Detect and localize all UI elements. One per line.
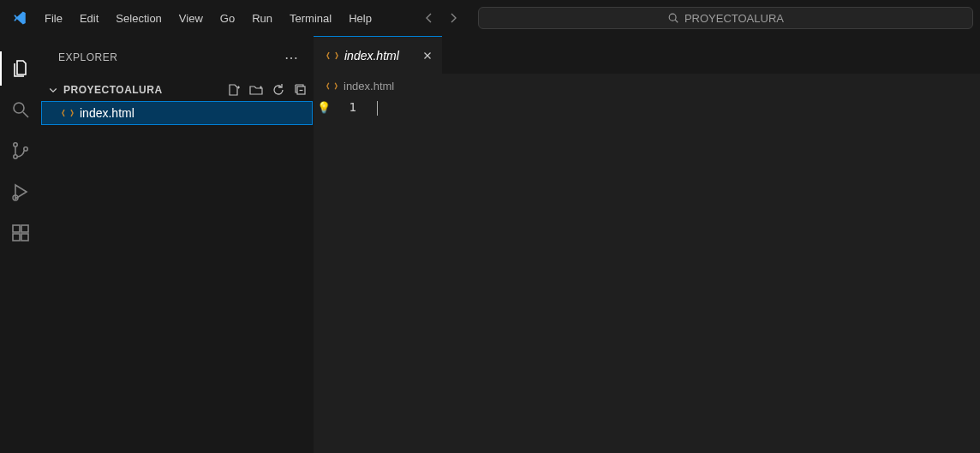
activity-bar [0, 36, 41, 453]
svg-line-1 [675, 20, 678, 22]
svg-rect-10 [21, 234, 28, 241]
tree-item-label: index.html [80, 106, 134, 120]
editor-body[interactable]: 💡 1 [314, 98, 980, 453]
svg-rect-8 [13, 225, 20, 232]
explorer-header: EXPLORER ⋯ [41, 36, 313, 79]
menu-go[interactable]: Go [212, 7, 243, 30]
refresh-icon[interactable] [272, 83, 285, 97]
explorer-more-icon[interactable]: ⋯ [284, 50, 299, 66]
menu-edit[interactable]: Edit [71, 7, 107, 30]
editor-area: index.html index.html 💡 1 [314, 36, 980, 453]
nav-forward-button[interactable] [442, 7, 464, 29]
activity-source-control[interactable] [0, 130, 41, 171]
command-center-label: PROYECTOALURA [684, 12, 784, 25]
title-bar: File Edit Selection View Go Run Terminal… [0, 0, 980, 36]
nav-arrows [418, 7, 464, 29]
html-file-icon [326, 80, 338, 92]
menu-view[interactable]: View [170, 7, 212, 30]
explorer-title: EXPLORER [58, 51, 117, 63]
tree-item-index-html[interactable]: index.html [41, 101, 313, 125]
tab-title: index.html [344, 49, 399, 63]
folder-header[interactable]: PROYECTOALURA [41, 79, 313, 101]
menu-run[interactable]: Run [243, 7, 281, 30]
menu-file[interactable]: File [36, 7, 71, 30]
svg-line-3 [23, 112, 28, 117]
menu-selection[interactable]: Selection [107, 7, 170, 30]
svg-point-5 [14, 155, 17, 158]
vscode-logo-icon [7, 10, 33, 26]
menubar: File Edit Selection View Go Run Terminal… [36, 7, 380, 30]
html-file-icon [326, 49, 339, 63]
new-file-icon[interactable] [227, 83, 241, 97]
search-icon [667, 12, 679, 24]
activity-extensions[interactable] [0, 212, 41, 253]
new-folder-icon[interactable] [249, 83, 263, 97]
activity-run-debug[interactable] [0, 171, 41, 212]
collapse-all-icon[interactable] [294, 83, 308, 97]
svg-rect-11 [21, 225, 28, 232]
activity-search[interactable] [0, 89, 41, 130]
folder-name: PROYECTOALURA [63, 84, 224, 96]
breadcrumb-item: index.html [344, 80, 394, 92]
text-cursor [377, 101, 378, 116]
svg-rect-9 [13, 234, 20, 241]
svg-point-4 [14, 143, 17, 146]
command-center[interactable]: PROYECTOALURA [478, 7, 973, 29]
lightbulb-icon[interactable]: 💡 [317, 101, 331, 114]
svg-point-2 [14, 103, 24, 113]
breadcrumb[interactable]: index.html [314, 74, 980, 98]
line-numbers: 1 [334, 98, 363, 453]
activity-explorer[interactable] [0, 48, 41, 89]
main: EXPLORER ⋯ PROYECTOALURA [0, 36, 980, 453]
nav-back-button[interactable] [418, 7, 440, 29]
explorer-sidebar: EXPLORER ⋯ PROYECTOALURA [41, 36, 314, 453]
folder-actions [227, 83, 308, 97]
code-content[interactable] [363, 98, 980, 453]
tab-close-icon[interactable] [421, 50, 433, 62]
chevron-down-icon [46, 85, 60, 95]
line-number: 1 [334, 100, 363, 114]
menu-help[interactable]: Help [340, 7, 380, 30]
tab-index-html[interactable]: index.html [314, 36, 442, 74]
menu-terminal[interactable]: Terminal [281, 7, 340, 30]
glyph-margin: 💡 [314, 98, 334, 453]
html-file-icon [61, 106, 75, 120]
svg-point-6 [24, 147, 27, 151]
svg-point-0 [669, 14, 676, 21]
tabs-row: index.html [314, 36, 980, 74]
